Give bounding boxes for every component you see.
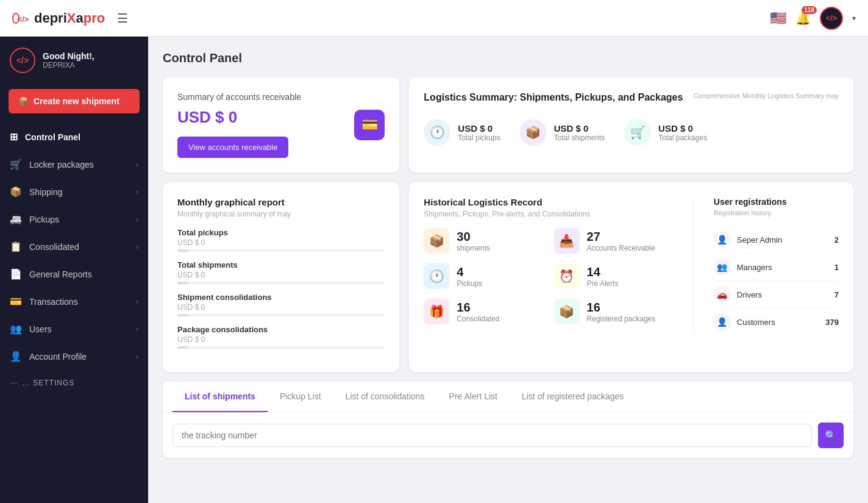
accounts-summary-amount: USD $ 0: [177, 108, 385, 127]
sidebar-item-label: Control Panel: [25, 132, 80, 142]
page-title: Control Panel: [163, 51, 853, 65]
shipments-stat-amount: USD $ 0: [554, 123, 605, 134]
report-row-package-consolidations: Package consolidations USD $ 0: [177, 325, 385, 349]
sidebar-item-account-profile[interactable]: 👤 Account Profile ›: [0, 343, 148, 370]
locker-packages-icon: 🛒: [10, 159, 22, 170]
historical-card: Historical Logistics Record Shipments, P…: [409, 182, 853, 372]
sidebar-item-shipping[interactable]: 📦 Shipping ›: [0, 178, 148, 205]
report-row-shipments: Total shipments USD $ 0: [177, 260, 385, 284]
box-icon: 📦: [18, 96, 29, 106]
tab-pickup-list[interactable]: Pickup List: [268, 382, 333, 412]
sidebar-item-label: Shipping: [29, 187, 63, 197]
managers-icon: 👥: [714, 259, 731, 276]
tab-list-registered-packages[interactable]: List of registered packages: [510, 382, 636, 412]
logistics-stats: 🕐 USD $ 0 Total pickups 📦 USD $ 0 Total …: [424, 119, 839, 146]
hist-item-pre-alerts: ⏰ 14 Pre Alerts: [554, 263, 674, 289]
historical-grid: 📦 30 shipments 📥 27 Accounts: [424, 228, 674, 324]
hist-pickups-icon: 🕐: [424, 263, 449, 289]
transactions-icon: 💳: [10, 296, 22, 307]
hist-consolidated-icon: 🎁: [424, 299, 449, 324]
user-reg-list: 👤 Seper Admin 2 👥 Managers 1: [714, 226, 839, 335]
sidebar-item-pickups[interactable]: 🚐 Pickups ›: [0, 205, 148, 233]
accounts-summary-card: Summary of accounts receivable USD $ 0 V…: [163, 77, 399, 173]
shipments-stat-icon: 📦: [520, 119, 547, 146]
hist-item-shipments: 📦 30 shipments: [424, 228, 544, 254]
settings-label[interactable]: ··· ... SETTINGS: [0, 370, 148, 396]
notification-badge: 118: [802, 6, 817, 14]
sidebar-item-general-reports[interactable]: 📄 General Reports: [0, 260, 148, 288]
sidebar-item-label: Locker packages: [29, 160, 94, 169]
dots-icon: ···: [10, 379, 18, 387]
user-reg-title: User registrations: [714, 197, 839, 207]
sidebar-item-consolidated[interactable]: 📋 Consolidated ›: [0, 233, 148, 260]
search-row: 🔍: [163, 413, 853, 458]
managers-count: 1: [834, 263, 839, 272]
chevron-down-icon: ▾: [852, 14, 856, 23]
sidebar-item-users[interactable]: 👥 Users ›: [0, 315, 148, 343]
shipping-icon: 📦: [10, 186, 22, 198]
user-section: </> Good Night!, DEPRIXA: [0, 37, 148, 84]
view-accounts-receivable-button[interactable]: View accounts receivable: [177, 137, 288, 158]
super-admin-count: 2: [834, 235, 839, 244]
user-name: DEPRIXA: [43, 61, 94, 70]
tab-list-shipments[interactable]: List of shipments: [173, 382, 268, 412]
sidebar-item-label: Consolidated: [29, 242, 79, 252]
consolidated-icon: 📋: [10, 241, 22, 252]
stat-item-packages: 🛒 USD $ 0 Total packages: [624, 119, 707, 146]
stat-item-shipments: 📦 USD $ 0 Total shipments: [520, 119, 605, 146]
report-row-pickups: Total pickups USD $ 0: [177, 228, 385, 252]
hamburger-menu[interactable]: ☰: [117, 11, 128, 26]
monthly-report-card: Monthly graphical report Monthly graphic…: [163, 182, 399, 372]
historical-subtitle: Shipments, Pickups, Pre-alerts, and Cons…: [424, 210, 674, 218]
sidebar-item-label: Pickups: [29, 215, 59, 224]
language-flag[interactable]: 🇺🇸: [770, 10, 786, 26]
sidebar-item-label: General Reports: [29, 269, 92, 279]
hist-registered-packages-icon: 📦: [554, 299, 580, 324]
user-avatar-btn[interactable]: </>: [820, 7, 843, 30]
pickups-stat-label: Total pickups: [458, 134, 500, 142]
tabs-header: List of shipments Pickup List List of co…: [163, 382, 853, 413]
layout: </> Good Night!, DEPRIXA 📦 Create new sh…: [0, 37, 868, 503]
chevron-right-icon: ›: [136, 188, 138, 196]
sidebar-item-label: Transactions: [29, 297, 78, 307]
customers-icon: 👤: [714, 313, 731, 330]
nav-right: 🇺🇸 🔔 118 </> ▾: [770, 7, 856, 30]
packages-stat-amount: USD $ 0: [658, 123, 707, 134]
create-shipment-button[interactable]: 📦 Create new shipment: [9, 89, 140, 113]
divider: [694, 197, 694, 335]
user-registrations-section: User registrations Registration history …: [714, 197, 839, 335]
create-btn-label: Create new shipment: [34, 96, 119, 106]
chevron-right-icon: ›: [136, 215, 138, 224]
logo-icon: </>: [12, 7, 34, 29]
user-reg-item-customers: 👤 Customers 379: [714, 309, 839, 335]
sidebar-item-locker-packages[interactable]: 🛒 Locker packages ›: [0, 151, 148, 178]
nav-left: </> depriXapro ☰: [12, 7, 128, 29]
user-reg-item-super-admin: 👤 Seper Admin 2: [714, 226, 839, 254]
drivers-count: 7: [834, 290, 839, 299]
search-button[interactable]: 🔍: [818, 423, 844, 448]
sidebar-item-control-panel[interactable]: ⊞ Control Panel: [0, 123, 148, 151]
chevron-right-icon: ›: [136, 243, 138, 251]
report-row-shipment-consolidations: Shipment consolidations USD $ 0: [177, 293, 385, 316]
user-info: Good Night!, DEPRIXA: [43, 51, 94, 70]
control-panel-icon: ⊞: [10, 131, 18, 143]
hist-shipments-icon: 📦: [424, 228, 449, 254]
hist-accounts-icon: 📥: [554, 228, 580, 254]
sidebar-item-transactions[interactable]: 💳 Transactions ›: [0, 288, 148, 315]
pickups-stat-icon: 🕐: [424, 119, 450, 146]
stat-item-pickups: 🕐 USD $ 0 Total pickups: [424, 119, 500, 146]
historical-title: Historical Logistics Record: [424, 197, 674, 207]
user-reg-item-managers: 👥 Managers 1: [714, 254, 839, 281]
packages-stat-label: Total packages: [658, 134, 707, 142]
managers-label: Managers: [737, 263, 772, 272]
monthly-report-subtitle: Monthly graphical summary of may: [177, 210, 385, 218]
tab-pre-alert-list[interactable]: Pre Alert List: [437, 382, 510, 412]
tab-list-consolidations[interactable]: List of consolidations: [333, 382, 437, 412]
logistics-summary-title: Logistics Summary: Shipments, Pickups, a…: [424, 92, 683, 103]
notification-bell[interactable]: 🔔 118: [795, 11, 811, 26]
main-content: Control Panel Summary of accounts receiv…: [148, 37, 868, 503]
accounts-summary-label: Summary of accounts receivable: [177, 92, 385, 102]
chevron-right-icon: ›: [136, 352, 138, 361]
search-input[interactable]: [173, 424, 812, 447]
sidebar-item-label: Account Profile: [29, 352, 87, 362]
